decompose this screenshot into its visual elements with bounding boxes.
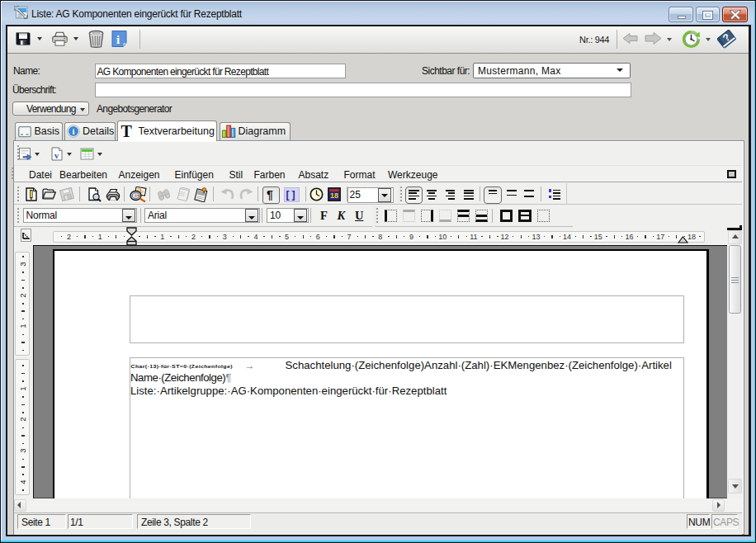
svg-text:i: i	[116, 33, 120, 46]
svg-text:v: v	[54, 150, 59, 160]
svg-text:18: 18	[329, 191, 338, 200]
svg-text:i: i	[73, 127, 75, 136]
